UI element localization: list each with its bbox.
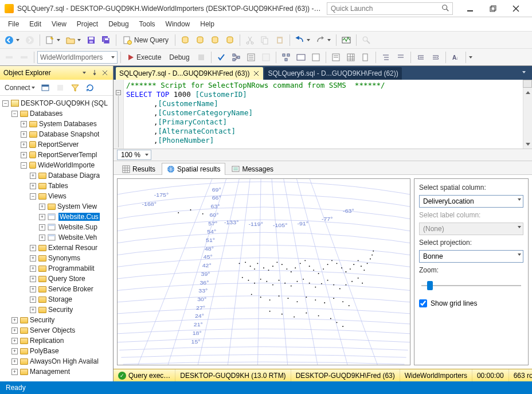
tab-sqlquery7[interactable]: SQLQuery7.sql - D...GUQD9KH\Fred (63)) [116, 67, 263, 80]
spatial-col-select[interactable]: DeliveryLocation [419, 195, 523, 208]
activity-monitor-button[interactable] [339, 33, 353, 47]
object-explorer-tree[interactable]: −DESKTOP-GUQD9KH (SQL −Databases +System… [0, 96, 113, 381]
db-query-icon-3[interactable] [208, 33, 222, 47]
restore-button[interactable] [482, 2, 504, 15]
estimated-plan-button[interactable] [229, 50, 243, 64]
oe-disconnect-icon[interactable] [38, 81, 52, 95]
tree-rst[interactable]: ReportServerTempl [38, 151, 97, 159]
minimize-button[interactable] [459, 2, 482, 15]
tree-topsec[interactable]: Security [30, 316, 54, 324]
panel-close-icon[interactable] [100, 68, 109, 77]
change-connection-icon[interactable] [2, 50, 16, 64]
tree-srvobj[interactable]: Server Objects [30, 326, 75, 334]
paste-button[interactable] [273, 33, 287, 47]
comment-button[interactable] [379, 50, 393, 64]
intellisense-button[interactable] [259, 50, 273, 64]
zoom-slider[interactable] [419, 280, 523, 291]
specify-values-button[interactable]: A↓ [449, 50, 463, 64]
close-button[interactable] [504, 2, 527, 15]
tree-sb[interactable]: Service Broker [48, 285, 93, 293]
new-query-button[interactable]: New Query [119, 34, 172, 46]
open-item-button[interactable] [64, 34, 83, 46]
tab-messages[interactable]: Messages [226, 163, 279, 175]
tab-close-icon[interactable] [253, 70, 260, 77]
redo-button[interactable] [314, 34, 333, 46]
client-stats-button[interactable] [309, 50, 323, 64]
oe-stop-icon[interactable] [53, 81, 67, 95]
cut-button[interactable] [243, 33, 257, 47]
grid-lines-checkbox[interactable] [419, 299, 427, 307]
scroll-up-icon[interactable] [523, 88, 532, 97]
tree-syn[interactable]: Synonyms [48, 254, 80, 262]
tree-databases[interactable]: Databases [30, 110, 62, 118]
uncomment-button[interactable] [394, 50, 408, 64]
copy-button[interactable] [258, 33, 272, 47]
tree-sysview[interactable]: System View [57, 202, 97, 210]
sql-text[interactable]: /****** Script for SelectTopNRows comman… [124, 80, 523, 149]
tree-aoha[interactable]: AlwaysOn High Availal [30, 357, 99, 365]
tree-wwi[interactable]: WideWorldImporte [38, 161, 95, 169]
db-query-icon-2[interactable] [193, 33, 207, 47]
undo-button[interactable] [293, 34, 312, 46]
menu-file[interactable]: File [3, 18, 24, 30]
menu-edit[interactable]: Edit [25, 18, 46, 30]
disconnect-icon[interactable] [17, 50, 31, 64]
tree-storage[interactable]: Storage [48, 295, 72, 303]
spatial-map[interactable]: -175° -168° -133° -119° -105° -91° -77° … [117, 178, 410, 365]
tab-sqlquery6[interactable]: SQLQuery6.sql - D...GUQD9KH\Fred (62)) [264, 67, 401, 80]
tree-prog[interactable]: Programmabilit [48, 264, 95, 272]
tree-dbsnap[interactable]: Database Snapshot [39, 130, 99, 138]
outline-collapse-icon[interactable]: − [116, 90, 121, 95]
oe-refresh-icon[interactable] [83, 81, 97, 95]
parse-button[interactable] [214, 50, 228, 64]
tree-qstore[interactable]: Query Store [48, 275, 85, 283]
query-options-button[interactable] [244, 50, 258, 64]
tab-list-dropdown[interactable] [519, 68, 529, 77]
outdent-button[interactable] [429, 50, 443, 64]
oe-filter-icon[interactable] [68, 81, 82, 95]
menu-help[interactable]: Help [195, 18, 219, 30]
results-file-button[interactable] [359, 50, 373, 64]
nav-fwd-button[interactable] [23, 33, 37, 47]
tab-spatial-results[interactable]: Spatial results [162, 163, 225, 175]
menu-window[interactable]: Window [161, 18, 195, 30]
menu-tools[interactable]: Tools [135, 18, 160, 30]
split-handle[interactable] [523, 80, 532, 88]
menu-debug[interactable]: Debug [104, 18, 133, 30]
tree-repl[interactable]: Replication [30, 337, 64, 345]
tree-extres[interactable]: External Resour [48, 244, 97, 252]
tree-views[interactable]: Views [48, 192, 66, 200]
tab-results[interactable]: Results [117, 163, 161, 175]
tree-vveh[interactable]: Website.Veh [58, 233, 97, 241]
editor-scrollbar[interactable] [523, 80, 532, 149]
tree-server[interactable]: DESKTOP-GUQD9KH (SQL [21, 99, 108, 107]
indent-button[interactable] [414, 50, 428, 64]
stop-button[interactable] [194, 50, 208, 64]
toolbar-overflow[interactable] [469, 56, 472, 58]
menu-view[interactable]: View [47, 18, 71, 30]
nav-back-button[interactable] [2, 34, 22, 46]
panel-dropdown-icon[interactable] [80, 68, 89, 77]
new-item-button[interactable] [43, 34, 62, 46]
slider-thumb[interactable] [427, 281, 433, 290]
sql-editor[interactable]: − /****** Script for SelectTopNRows comm… [114, 80, 532, 149]
db-query-icon-4[interactable] [223, 33, 237, 47]
tree-poly[interactable]: PolyBase [30, 347, 59, 355]
tree-vsup[interactable]: Website.Sup [58, 223, 97, 231]
tree-sysdb[interactable]: System Databases [39, 120, 97, 128]
tree-mgmt[interactable]: Management [30, 368, 70, 376]
tree-dbdiag[interactable]: Database Diagra [48, 171, 100, 180]
save-button[interactable] [84, 33, 98, 47]
live-stats-button[interactable] [294, 50, 308, 64]
execute-button[interactable]: Execute [124, 52, 165, 63]
db-combo[interactable]: WideWorldImporters [37, 51, 118, 64]
results-grid-button[interactable] [344, 50, 358, 64]
pin-icon[interactable] [90, 68, 99, 77]
connect-button[interactable]: Connect [2, 83, 37, 93]
tree-tables[interactable]: Tables [48, 182, 68, 190]
tree-vcust[interactable]: Website.Cus [58, 213, 100, 221]
include-plan-button[interactable] [279, 50, 293, 64]
db-query-icon-1[interactable] [178, 33, 192, 47]
scroll-down-icon[interactable] [523, 139, 532, 149]
tree-rs[interactable]: ReportServer [38, 141, 79, 149]
